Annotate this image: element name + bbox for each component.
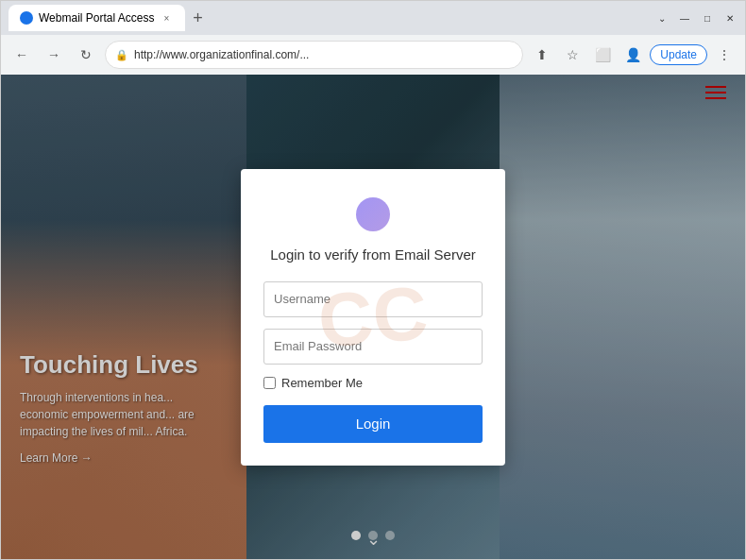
profile-icon[interactable]: 👤 — [619, 42, 646, 68]
nav-actions: ⬆ ☆ ⬜ 👤 Update ⋮ — [529, 42, 738, 68]
chevron-down-icon[interactable]: ⌄ — [654, 10, 670, 25]
username-input[interactable] — [263, 281, 483, 317]
logo-icon — [356, 197, 390, 231]
remember-me-label: Remember Me — [281, 376, 363, 390]
modal-logo — [263, 197, 483, 231]
tab-close-button[interactable]: × — [161, 11, 174, 25]
page-content: Touching Lives Through interventions in … — [1, 75, 745, 559]
active-tab[interactable]: Webmail Portal Access × — [8, 5, 185, 31]
address-bar[interactable]: 🔒 http://www.organizationfinal.com/... — [105, 41, 523, 69]
new-tab-button[interactable]: + — [185, 5, 212, 31]
modal-overlay: CC Login to verify from Email Server Rem… — [1, 75, 745, 559]
tab-favicon — [20, 11, 33, 25]
url-text: http://www.organizationfinal.com/... — [134, 48, 513, 61]
remember-me-checkbox[interactable] — [263, 377, 276, 389]
modal-title: Login to verify from Email Server — [263, 246, 483, 263]
minimize-button[interactable]: — — [677, 10, 692, 25]
nav-bar: ← → ↻ 🔒 http://www.organizationfinal.com… — [1, 35, 745, 75]
remember-me-row: Remember Me — [263, 376, 483, 390]
browser-frame: Webmail Portal Access × + ⌄ — □ ✕ ← → ↻ … — [0, 0, 746, 560]
share-icon[interactable]: ⬆ — [529, 42, 555, 68]
bookmark-icon[interactable]: ☆ — [559, 42, 585, 68]
update-button[interactable]: Update — [650, 44, 707, 65]
maximize-button[interactable]: □ — [700, 10, 715, 25]
menu-icon[interactable]: ⋮ — [711, 42, 738, 68]
title-bar: Webmail Portal Access × + ⌄ — □ ✕ — [1, 1, 745, 35]
reload-button[interactable]: ↻ — [73, 42, 99, 68]
extensions-icon[interactable]: ⬜ — [589, 42, 616, 68]
lock-icon: 🔒 — [115, 49, 128, 61]
window-controls: ⌄ — □ ✕ — [654, 10, 738, 25]
login-modal: CC Login to verify from Email Server Rem… — [241, 169, 505, 466]
tab-bar: Webmail Portal Access × + — [8, 5, 651, 31]
back-button[interactable]: ← — [8, 42, 35, 68]
tab-title: Webmail Portal Access — [39, 11, 155, 25]
forward-button[interactable]: → — [41, 42, 67, 68]
close-button[interactable]: ✕ — [722, 10, 738, 25]
login-button[interactable]: Login — [263, 405, 483, 443]
password-input[interactable] — [263, 329, 483, 365]
